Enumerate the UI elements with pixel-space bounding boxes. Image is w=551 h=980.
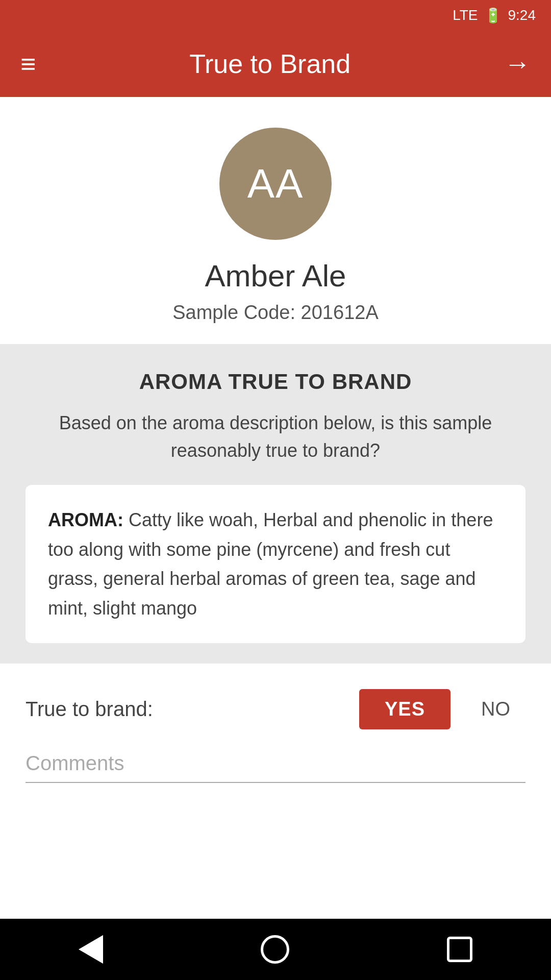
beer-name: Amber Ale [205, 258, 346, 293]
yes-button[interactable]: YES [359, 689, 450, 729]
true-to-brand-row: True to brand: YES NO [0, 664, 551, 740]
recents-icon [447, 937, 472, 962]
time-display: 9:24 [508, 7, 536, 23]
aroma-card: AROMA: Catty like woah, Herbal and pheno… [26, 485, 525, 643]
back-nav-button[interactable] [79, 935, 103, 964]
status-bar: LTE 🔋 9:24 [0, 0, 551, 31]
true-to-brand-label: True to brand: [26, 698, 344, 721]
avatar: AA [219, 128, 332, 240]
aroma-description: AROMA: Catty like woah, Herbal and pheno… [48, 505, 503, 623]
app-bar-title: True to Brand [189, 48, 350, 79]
forward-arrow-icon[interactable]: → [504, 48, 531, 79]
back-icon [79, 935, 103, 964]
aroma-label: AROMA: [48, 509, 123, 530]
aroma-section-subtitle: Based on the aroma description below, is… [26, 409, 525, 464]
comments-input[interactable] [26, 745, 525, 783]
home-icon [261, 935, 289, 964]
avatar-initials: AA [247, 160, 304, 207]
recents-nav-button[interactable] [447, 937, 472, 962]
aroma-section: AROMA TRUE TO BRAND Based on the aroma d… [0, 344, 551, 664]
menu-icon[interactable]: ≡ [20, 51, 36, 77]
signal-indicator: LTE [453, 7, 478, 23]
aroma-section-title: AROMA TRUE TO BRAND [26, 370, 525, 394]
nav-bar [0, 919, 551, 980]
sample-code: Sample Code: 201612A [172, 302, 379, 324]
main-content: AA Amber Ale Sample Code: 201612A AROMA … [0, 97, 551, 824]
battery-icon: 🔋 [484, 7, 502, 24]
home-nav-button[interactable] [261, 935, 289, 964]
comments-section [0, 740, 551, 803]
no-button[interactable]: NO [466, 689, 525, 729]
app-bar: ≡ True to Brand → [0, 31, 551, 97]
